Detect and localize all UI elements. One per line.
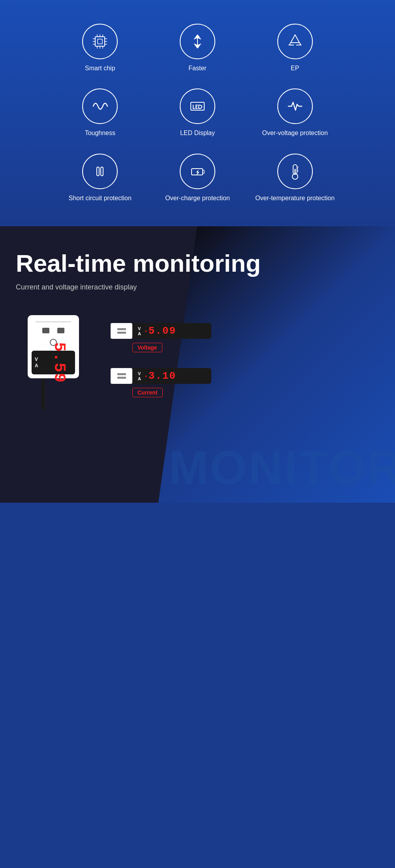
- usb-plug-body: V A 5.59: [28, 315, 79, 378]
- monitor-displays: V A 5.59: [16, 315, 379, 410]
- v-label: V: [35, 357, 38, 362]
- smart-chip-icon: [90, 32, 110, 51]
- current-badge: Current: [132, 388, 163, 397]
- over-charge-label: Over-charge protection: [165, 194, 230, 203]
- toughness-label: Toughness: [85, 129, 115, 137]
- smart-chip-icon-circle: [82, 24, 118, 59]
- current-v-label: V: [138, 371, 141, 376]
- monitor-content: Real-time monitoring Current and voltage…: [16, 250, 379, 410]
- toughness-icon-circle: [82, 88, 118, 124]
- feature-led-display: LED Display: [153, 88, 243, 137]
- main-display-value: 5.59: [50, 342, 68, 383]
- led-icon-circle: [180, 88, 215, 124]
- voltage-slot-bottom: [117, 332, 126, 334]
- over-temperature-icon: [285, 162, 305, 181]
- current-screen: V A ● 3.10: [132, 368, 211, 384]
- ep-icon-circle: [277, 24, 313, 59]
- voltage-a-label: A: [138, 331, 141, 336]
- voltage-widget: V A ● 5.09 Voltage: [111, 323, 379, 352]
- led-icon: [188, 96, 207, 116]
- voltage-value: 5.09: [149, 325, 176, 337]
- features-section: Smart chip Faster: [0, 0, 395, 226]
- feature-smart-chip: Smart chip: [55, 24, 145, 73]
- led-display-label: LED Display: [180, 129, 215, 137]
- usb-hole-right: [57, 328, 64, 333]
- usb-hole-left: [42, 328, 49, 333]
- svg-rect-0: [95, 37, 105, 46]
- feature-over-voltage: Over-voltage protection: [250, 88, 340, 137]
- monitor-section: Real-time monitoring Current and voltage…: [0, 226, 395, 503]
- voltage-v-label: V: [138, 326, 141, 331]
- svg-rect-19: [203, 170, 204, 173]
- current-slot-bottom: [117, 377, 126, 379]
- current-dot: ●: [145, 374, 147, 378]
- current-a-label: A: [138, 376, 141, 381]
- faster-icon-circle: [180, 24, 215, 59]
- short-circuit-icon-circle: [82, 154, 118, 189]
- over-charge-icon-circle: [180, 154, 215, 189]
- voltage-va-labels: V A: [138, 326, 141, 336]
- toughness-icon: [90, 96, 110, 116]
- voltage-screen: V A ● 5.09: [132, 323, 211, 339]
- right-display-widgets: V A ● 5.09 Voltage: [111, 315, 379, 397]
- feature-faster: Faster: [153, 24, 243, 73]
- main-led-display: V A 5.59: [32, 351, 75, 374]
- usb-groove-1: [36, 321, 71, 322]
- voltage-usb-slots: [117, 328, 126, 334]
- voltage-usb-plug: [111, 323, 132, 339]
- voltage-dot: ●: [145, 329, 147, 333]
- cable-body: [41, 378, 45, 410]
- current-slot-top: [117, 373, 126, 375]
- voltage-slot-top: [117, 328, 126, 330]
- features-grid: Smart chip Faster: [55, 16, 340, 218]
- feature-over-charge: Over-charge protection: [153, 154, 243, 203]
- ep-label: EP: [291, 64, 299, 73]
- a-label: A: [35, 363, 38, 368]
- over-charge-icon: [188, 162, 207, 181]
- smart-chip-label: Smart chip: [85, 64, 115, 73]
- feature-ep: EP: [250, 24, 340, 73]
- svg-rect-17: [101, 167, 103, 176]
- current-value: 3.10: [149, 370, 176, 382]
- over-temperature-icon-circle: [277, 154, 313, 189]
- over-voltage-icon-circle: [277, 88, 313, 124]
- short-circuit-label: Short circuit protection: [69, 194, 132, 203]
- faster-label: Faster: [188, 64, 206, 73]
- over-voltage-label: Over-voltage protection: [262, 129, 328, 137]
- current-device: V A ● 3.10: [111, 368, 211, 384]
- voltage-badge: Voltage: [132, 343, 162, 352]
- current-widget: V A ● 3.10 Current: [111, 368, 379, 397]
- faster-icon: [188, 32, 207, 51]
- usb-cable-illustration: V A 5.59: [16, 315, 95, 410]
- monitor-title: Real-time monitoring: [16, 250, 379, 277]
- short-circuit-icon: [90, 162, 110, 181]
- over-voltage-icon: [285, 96, 305, 116]
- usb-holes: [42, 328, 64, 333]
- feature-over-temperature: Over-temperature protection: [250, 154, 340, 203]
- over-temperature-label: Over-temperature protection: [255, 194, 335, 203]
- feature-short-circuit: Short circuit protection: [55, 154, 145, 203]
- voltage-device: V A ● 5.09: [111, 323, 211, 339]
- current-va-labels: V A: [138, 371, 141, 381]
- current-value-container: ● 3.10: [145, 370, 176, 382]
- svg-rect-16: [97, 167, 99, 176]
- current-usb-plug: [111, 368, 132, 384]
- current-usb-slots: [117, 373, 126, 379]
- svg-rect-1: [98, 39, 102, 44]
- va-labels-left: V A: [35, 357, 38, 368]
- voltage-value-container: ● 5.09: [145, 325, 176, 337]
- monitor-subtitle: Current and voltage interactive display: [16, 283, 379, 291]
- ep-icon: [285, 32, 305, 51]
- feature-toughness: Toughness: [55, 88, 145, 137]
